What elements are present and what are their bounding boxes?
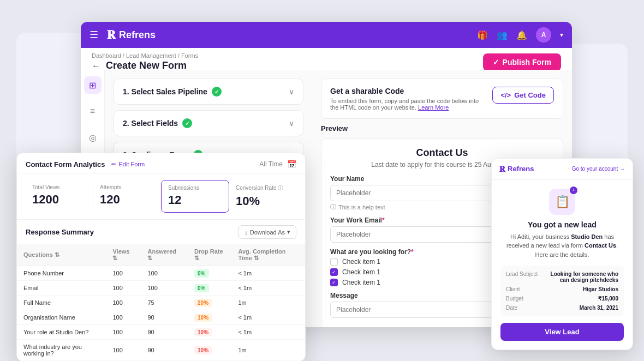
cell-question: Phone Number [17,266,106,281]
lead-detail-date: Date March 31, 2021 [506,305,618,311]
cell-views: 100 [106,340,141,361]
cell-time: < 1m [231,325,305,340]
sidebar-item-user[interactable]: ◎ [84,129,102,146]
app-name: Refrens [119,29,156,41]
cell-drop-rate: 10% [188,310,231,325]
lead-card-body: 📋 + You got a new lead Hi Aditi, your bu… [492,180,633,350]
cell-time: < 1m [231,266,305,281]
step-2-check: ✓ [182,118,192,128]
go-to-account-link[interactable]: Go to your account → [572,166,625,172]
cell-drop-rate: 10% [188,325,231,340]
view-lead-button[interactable]: View Lead [500,323,624,341]
breadcrumb: Dashboard / Lead Management / Forms [92,52,198,59]
sidebar-item-layers[interactable]: ≡ [84,103,102,120]
response-header: Response Summary ↓ Download As ▾ [17,220,305,244]
logo-icon: 𝐑 [107,28,116,42]
col-answered: Answered ⇅ [141,244,188,266]
sidebar-item-home[interactable]: ⊞ [84,76,102,94]
metric-conversion-label: Conversion Rate ⓘ [236,184,290,192]
lead-icon: 📋 + [549,189,575,215]
avatar[interactable]: A [536,27,551,43]
checkbox-3-label: Check item 1 [342,279,380,286]
cell-views: 100 [106,310,141,325]
download-icon: ↓ [245,229,248,236]
learn-more-link[interactable]: Learn More [418,104,449,111]
cell-drop-rate: 20% [188,296,231,310]
col-views: Views ⇅ [106,244,141,266]
dropdown-icon: ▾ [287,228,290,236]
lead-card-title: You got a new lead [500,220,624,229]
get-code-card: Get a sharable Code To embed this form, … [321,79,563,119]
cell-time: 1m [231,340,305,361]
step-1-label: 1. Select Sales Pipeline [123,87,207,96]
step-2-chevron: ∨ [289,119,294,128]
step-1-chevron: ∨ [289,87,294,96]
checkbox-2-label: Check item 1 [342,268,380,276]
lead-detail-subject: Lead Subject Looking for someone who can… [506,271,618,283]
step-1-check: ✓ [212,87,222,97]
table-row: Full Name 100 75 20% 1m [17,296,305,310]
back-arrow[interactable]: ← [92,61,100,71]
get-code-button[interactable]: </> Get Code [492,87,554,104]
checkbox-3[interactable]: ✓ [330,279,338,286]
response-table: Questions ⇅ Views ⇅ Answered ⇅ Drop Rate… [17,244,305,361]
analytics-period: All Time [259,160,283,168]
cell-views: 100 [106,266,141,281]
table-row: What industry are you working in? 100 90… [17,340,305,361]
analytics-header: Contact Form Analytics ✏ Edit Form All T… [17,153,305,173]
check-icon: ✓ [493,58,499,67]
lead-detail-client: Client Higar Studios [506,286,618,292]
lead-detail-budget: Budget ₹15,000 [506,296,618,302]
get-code-desc: To embed this form, copy and paste the c… [330,98,486,111]
cell-views: 100 [106,281,141,296]
avatar-chevron[interactable]: ▾ [560,31,563,39]
lead-details: Lead Subject Looking for someone who can… [500,266,624,316]
cell-answered: 100 [141,281,188,296]
people-icon[interactable]: 👥 [497,30,508,40]
cell-time: 1m [231,296,305,310]
preview-label: Preview [321,124,563,133]
lead-logo-icon: 𝐑 [499,164,505,174]
logo-area: 𝐑 Refrens [107,28,156,42]
checkbox-2[interactable]: ✓ [330,268,338,276]
cell-answered: 90 [141,310,188,325]
download-button[interactable]: ↓ Download As ▾ [238,225,296,239]
metric-conversion-value: 10% [236,194,290,208]
bell-icon[interactable]: 🔔 [516,30,527,40]
cell-views: 100 [106,325,141,340]
metric-attempts-value: 120 [100,192,154,207]
cell-question: Organisation Name [17,310,106,325]
metric-total-views-value: 1200 [32,192,86,207]
form-preview-title: Contact Us [330,147,554,159]
gift-icon[interactable]: 🎁 [477,30,488,40]
step-2-label: 2. Select Fields [123,119,178,128]
checkbox-1-label: Check item 1 [342,258,380,266]
cell-time: < 1m [231,310,305,325]
edit-form-link[interactable]: ✏ Edit Form [111,161,145,168]
step-2[interactable]: 2. Select Fields ✓ ∨ [114,110,303,136]
menu-icon[interactable]: ☰ [90,29,98,41]
cell-answered: 90 [141,340,188,361]
col-drop-rate: Drop Rate ⇅ [188,244,231,266]
info-icon: ⓘ [330,203,336,211]
code-icon: </> [500,91,511,99]
metrics-row: Total Views 1200 Attempts 120 Submission… [17,173,305,220]
step-1[interactable]: 1. Select Sales Pipeline ✓ ∨ [114,79,303,105]
cell-question: Full Name [17,296,106,310]
metric-conversion: Conversion Rate ⓘ 10% [229,180,296,213]
cell-views: 100 [106,296,141,310]
metric-attempts: Attempts 120 [93,180,161,213]
table-row: Phone Number 100 100 0% < 1m [17,266,305,281]
metric-submissions-value: 12 [168,193,222,207]
pencil-icon: ✏ [111,161,116,168]
metric-submissions-label: Submissions [168,185,222,191]
cell-answered: 100 [141,266,188,281]
checkbox-1[interactable] [330,258,338,266]
top-bar-icons: 🎁 👥 🔔 A ▾ [477,27,563,43]
cell-drop-rate: 10% [188,340,231,361]
lead-card-logo: 𝐑 Refrens [499,164,534,174]
publish-form-button[interactable]: ✓ Publish Form [483,53,561,71]
calendar-icon[interactable]: 📅 [287,160,296,169]
lead-plus-icon: + [570,186,577,194]
col-questions: Questions ⇅ [17,244,106,266]
